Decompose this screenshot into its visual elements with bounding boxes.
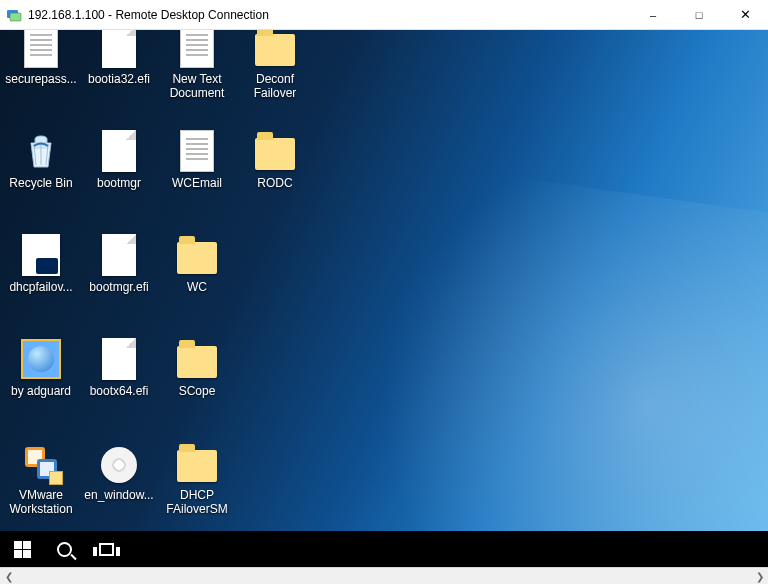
scroll-left-button[interactable]: ❮: [0, 568, 17, 585]
windows-logo-icon: [14, 541, 31, 558]
text-document-icon: [180, 30, 214, 68]
recycle-bin-icon: [21, 131, 61, 171]
desktop-icon-label: RODC: [257, 176, 292, 190]
desktop-icon[interactable]: VMware Workstation: [2, 440, 80, 544]
desktop-icon-label: Deconf Failover: [254, 72, 297, 100]
powershell-script-icon: >_: [22, 234, 60, 276]
task-view-button[interactable]: [94, 537, 118, 561]
task-view-icon: [93, 543, 120, 556]
desktop-icon[interactable]: bootx64.efi: [80, 336, 158, 440]
window-controls: – □ ✕: [630, 0, 768, 29]
desktop-icon[interactable]: bootia32.efi: [80, 30, 158, 128]
desktop-icon-label: New Text Document: [170, 72, 225, 100]
desktop-icon[interactable]: by adguard: [2, 336, 80, 440]
desktop-icon-label: bootmgr: [97, 176, 141, 190]
desktop-icon-label: dhcpfailov...: [9, 280, 72, 294]
desktop-icon-label: bootia32.efi: [88, 72, 150, 86]
desktop-icon-label: bootmgr.efi: [89, 280, 148, 294]
desktop-icon-label: WCEmail: [172, 176, 222, 190]
rdc-app-icon: [6, 7, 22, 23]
desktop-icon-label: by adguard: [11, 384, 71, 398]
folder-icon: [255, 34, 295, 66]
desktop-icon[interactable]: SCope: [158, 336, 236, 440]
taskbar-search-button[interactable]: [52, 537, 76, 561]
text-document-icon: [24, 30, 58, 68]
desktop-icon[interactable]: DHCP FAiloverSM: [158, 440, 236, 544]
folder-icon: [177, 450, 217, 482]
desktop-icon-label: Recycle Bin: [9, 176, 72, 190]
folder-icon: [177, 346, 217, 378]
svg-rect-1: [10, 13, 21, 21]
file-icon: [102, 130, 136, 172]
horizontal-scrollbar[interactable]: ❮ ❯: [0, 567, 768, 584]
desktop-icon[interactable]: WCEmail: [158, 128, 236, 232]
desktop-icon[interactable]: WC: [158, 232, 236, 336]
desktop-icon[interactable]: >_dhcpfailov...: [2, 232, 80, 336]
folder-icon: [177, 242, 217, 274]
html-document-icon: [21, 339, 61, 379]
desktop-icon-label: VMware Workstation: [9, 488, 72, 516]
file-icon: [102, 234, 136, 276]
desktop-icon[interactable]: New Text Document: [158, 30, 236, 128]
desktop-icon[interactable]: bootmgr: [80, 128, 158, 232]
minimize-button[interactable]: –: [630, 0, 676, 29]
remote-desktop[interactable]: securepass...bootia32.efiNew Text Docume…: [0, 30, 768, 567]
desktop-icon[interactable]: securepass...: [2, 30, 80, 128]
file-icon: [102, 30, 136, 68]
folder-icon: [255, 138, 295, 170]
disc-image-icon: [101, 447, 137, 483]
close-button[interactable]: ✕: [722, 0, 768, 29]
desktop-icon-label: bootx64.efi: [90, 384, 149, 398]
scroll-right-button[interactable]: ❯: [751, 568, 768, 585]
window-title: 192.168.1.100 - Remote Desktop Connectio…: [28, 8, 269, 22]
desktop-icon-label: en_window...: [84, 488, 153, 502]
rdc-titlebar: 192.168.1.100 - Remote Desktop Connectio…: [0, 0, 768, 30]
file-icon: [102, 338, 136, 380]
text-document-icon: [180, 130, 214, 172]
maximize-button[interactable]: □: [676, 0, 722, 29]
desktop-icon-label: WC: [187, 280, 207, 294]
desktop-icon[interactable]: Recycle Bin: [2, 128, 80, 232]
desktop-icon-label: DHCP FAiloverSM: [166, 488, 227, 516]
desktop-icon-label: SCope: [179, 384, 216, 398]
desktop-icon-grid: securepass...bootia32.efiNew Text Docume…: [0, 30, 314, 544]
desktop-icon-label: securepass...: [5, 72, 76, 86]
start-button[interactable]: [10, 537, 34, 561]
desktop-icon[interactable]: RODC: [236, 128, 314, 232]
desktop-icon[interactable]: Deconf Failover: [236, 30, 314, 128]
vmware-workstation-icon: [21, 443, 61, 483]
taskbar: [0, 531, 768, 567]
search-icon: [57, 542, 72, 557]
desktop-icon[interactable]: bootmgr.efi: [80, 232, 158, 336]
desktop-icon[interactable]: en_window...: [80, 440, 158, 544]
